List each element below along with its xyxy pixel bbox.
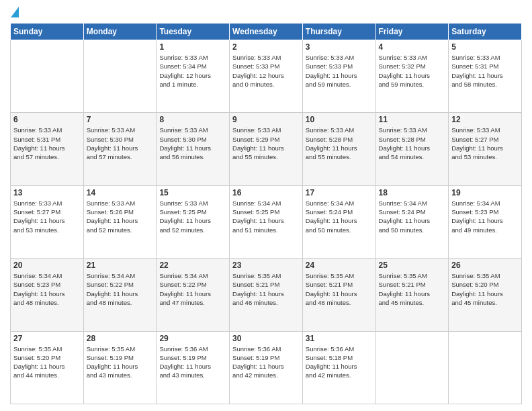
day-number: 15 <box>159 188 226 197</box>
calendar-cell: 31Sunrise: 5:36 AM Sunset: 5:18 PM Dayli… <box>302 331 375 404</box>
calendar-cell: 13Sunrise: 5:33 AM Sunset: 5:27 PM Dayli… <box>11 185 84 258</box>
day-number: 6 <box>13 115 81 124</box>
day-info: Sunrise: 5:33 AM Sunset: 5:33 PM Dayligh… <box>232 53 300 89</box>
day-info: Sunrise: 5:36 AM Sunset: 5:19 PM Dayligh… <box>159 345 226 380</box>
day-info: Sunrise: 5:33 AM Sunset: 5:27 PM Dayligh… <box>451 126 519 161</box>
calendar-cell: 3Sunrise: 5:33 AM Sunset: 5:33 PM Daylig… <box>302 40 375 113</box>
calendar-cell: 28Sunrise: 5:35 AM Sunset: 5:19 PM Dayli… <box>83 331 157 404</box>
day-info: Sunrise: 5:34 AM Sunset: 5:24 PM Dayligh… <box>379 199 446 234</box>
calendar-day-header: Thursday <box>302 24 375 40</box>
calendar-day-header: Friday <box>375 24 449 40</box>
day-number: 26 <box>451 261 519 270</box>
header <box>10 7 522 17</box>
calendar-cell <box>375 331 449 404</box>
day-number: 4 <box>379 42 446 52</box>
calendar-cell: 10Sunrise: 5:33 AM Sunset: 5:28 PM Dayli… <box>302 113 375 185</box>
calendar-cell: 17Sunrise: 5:34 AM Sunset: 5:24 PM Dayli… <box>302 185 375 258</box>
calendar-cell: 27Sunrise: 5:35 AM Sunset: 5:20 PM Dayli… <box>11 331 84 404</box>
day-info: Sunrise: 5:36 AM Sunset: 5:19 PM Dayligh… <box>232 345 300 380</box>
day-info: Sunrise: 5:33 AM Sunset: 5:30 PM Dayligh… <box>87 126 154 161</box>
calendar-cell <box>449 331 522 404</box>
calendar-cell: 25Sunrise: 5:35 AM Sunset: 5:21 PM Dayli… <box>375 259 449 331</box>
day-number: 5 <box>451 42 519 52</box>
calendar-cell <box>11 40 84 113</box>
day-info: Sunrise: 5:36 AM Sunset: 5:18 PM Dayligh… <box>306 345 373 380</box>
logo-arrow-icon <box>11 7 19 17</box>
day-info: Sunrise: 5:33 AM Sunset: 5:26 PM Dayligh… <box>87 199 154 234</box>
day-number: 27 <box>13 334 81 343</box>
day-number: 30 <box>232 334 300 343</box>
calendar-cell: 26Sunrise: 5:35 AM Sunset: 5:20 PM Dayli… <box>449 259 522 331</box>
day-info: Sunrise: 5:35 AM Sunset: 5:20 PM Dayligh… <box>451 271 519 307</box>
calendar-week-row: 6Sunrise: 5:33 AM Sunset: 5:31 PM Daylig… <box>11 113 522 185</box>
day-number: 3 <box>306 42 373 52</box>
day-number: 21 <box>87 261 154 270</box>
calendar-cell: 7Sunrise: 5:33 AM Sunset: 5:30 PM Daylig… <box>83 113 157 185</box>
calendar-cell: 24Sunrise: 5:35 AM Sunset: 5:21 PM Dayli… <box>302 259 375 331</box>
day-number: 23 <box>232 261 300 270</box>
day-number: 31 <box>306 334 373 343</box>
day-info: Sunrise: 5:34 AM Sunset: 5:22 PM Dayligh… <box>87 271 154 307</box>
calendar-cell: 16Sunrise: 5:34 AM Sunset: 5:25 PM Dayli… <box>230 185 303 258</box>
day-number: 29 <box>159 334 226 343</box>
day-number: 12 <box>451 115 519 124</box>
calendar-week-row: 20Sunrise: 5:34 AM Sunset: 5:23 PM Dayli… <box>11 259 522 331</box>
day-number: 19 <box>451 188 519 197</box>
calendar-cell: 19Sunrise: 5:34 AM Sunset: 5:23 PM Dayli… <box>449 185 522 258</box>
day-info: Sunrise: 5:33 AM Sunset: 5:34 PM Dayligh… <box>159 53 226 89</box>
calendar-cell: 11Sunrise: 5:33 AM Sunset: 5:28 PM Dayli… <box>375 113 449 185</box>
day-number: 13 <box>13 188 81 197</box>
day-info: Sunrise: 5:34 AM Sunset: 5:25 PM Dayligh… <box>232 199 300 234</box>
day-number: 11 <box>379 115 446 124</box>
calendar-day-header: Tuesday <box>157 24 230 40</box>
day-number: 2 <box>232 42 300 52</box>
day-number: 1 <box>159 42 226 52</box>
day-number: 22 <box>159 261 226 270</box>
calendar-cell: 1Sunrise: 5:33 AM Sunset: 5:34 PM Daylig… <box>157 40 230 113</box>
calendar-cell: 18Sunrise: 5:34 AM Sunset: 5:24 PM Dayli… <box>375 185 449 258</box>
day-info: Sunrise: 5:35 AM Sunset: 5:21 PM Dayligh… <box>379 271 446 307</box>
calendar-cell: 5Sunrise: 5:33 AM Sunset: 5:31 PM Daylig… <box>449 40 522 113</box>
day-info: Sunrise: 5:33 AM Sunset: 5:28 PM Dayligh… <box>379 126 446 161</box>
day-number: 16 <box>232 188 300 197</box>
calendar-cell: 12Sunrise: 5:33 AM Sunset: 5:27 PM Dayli… <box>449 113 522 185</box>
day-info: Sunrise: 5:35 AM Sunset: 5:21 PM Dayligh… <box>232 271 300 307</box>
day-info: Sunrise: 5:34 AM Sunset: 5:24 PM Dayligh… <box>306 199 373 234</box>
calendar-cell: 20Sunrise: 5:34 AM Sunset: 5:23 PM Dayli… <box>11 259 84 331</box>
calendar-cell: 30Sunrise: 5:36 AM Sunset: 5:19 PM Dayli… <box>230 331 303 404</box>
day-info: Sunrise: 5:35 AM Sunset: 5:20 PM Dayligh… <box>13 345 81 380</box>
day-info: Sunrise: 5:33 AM Sunset: 5:31 PM Dayligh… <box>451 53 519 89</box>
day-info: Sunrise: 5:34 AM Sunset: 5:23 PM Dayligh… <box>13 271 81 307</box>
calendar-cell: 4Sunrise: 5:33 AM Sunset: 5:32 PM Daylig… <box>375 40 449 113</box>
calendar-day-header: Saturday <box>449 24 522 40</box>
calendar-day-header: Wednesday <box>230 24 303 40</box>
calendar-header-row: SundayMondayTuesdayWednesdayThursdayFrid… <box>11 24 522 40</box>
day-number: 20 <box>13 261 81 270</box>
calendar-week-row: 13Sunrise: 5:33 AM Sunset: 5:27 PM Dayli… <box>11 185 522 258</box>
day-number: 14 <box>87 188 154 197</box>
day-info: Sunrise: 5:33 AM Sunset: 5:25 PM Dayligh… <box>159 199 226 234</box>
day-info: Sunrise: 5:33 AM Sunset: 5:27 PM Dayligh… <box>13 199 81 234</box>
day-info: Sunrise: 5:34 AM Sunset: 5:23 PM Dayligh… <box>451 199 519 234</box>
day-number: 10 <box>306 115 373 124</box>
logo <box>10 7 19 17</box>
calendar-cell: 21Sunrise: 5:34 AM Sunset: 5:22 PM Dayli… <box>83 259 157 331</box>
calendar-cell: 14Sunrise: 5:33 AM Sunset: 5:26 PM Dayli… <box>83 185 157 258</box>
day-number: 8 <box>159 115 226 124</box>
day-info: Sunrise: 5:33 AM Sunset: 5:32 PM Dayligh… <box>379 53 446 89</box>
calendar-cell: 6Sunrise: 5:33 AM Sunset: 5:31 PM Daylig… <box>11 113 84 185</box>
day-number: 24 <box>306 261 373 270</box>
day-info: Sunrise: 5:33 AM Sunset: 5:33 PM Dayligh… <box>306 53 373 89</box>
day-number: 17 <box>306 188 373 197</box>
calendar-cell: 23Sunrise: 5:35 AM Sunset: 5:21 PM Dayli… <box>230 259 303 331</box>
day-info: Sunrise: 5:33 AM Sunset: 5:31 PM Dayligh… <box>13 126 81 161</box>
day-info: Sunrise: 5:33 AM Sunset: 5:29 PM Dayligh… <box>232 126 300 161</box>
calendar-cell: 2Sunrise: 5:33 AM Sunset: 5:33 PM Daylig… <box>230 40 303 113</box>
calendar-day-header: Sunday <box>11 24 84 40</box>
day-number: 25 <box>379 261 446 270</box>
day-number: 18 <box>379 188 446 197</box>
calendar-cell: 8Sunrise: 5:33 AM Sunset: 5:30 PM Daylig… <box>157 113 230 185</box>
day-info: Sunrise: 5:33 AM Sunset: 5:28 PM Dayligh… <box>306 126 373 161</box>
calendar-cell: 15Sunrise: 5:33 AM Sunset: 5:25 PM Dayli… <box>157 185 230 258</box>
day-info: Sunrise: 5:35 AM Sunset: 5:21 PM Dayligh… <box>306 271 373 307</box>
